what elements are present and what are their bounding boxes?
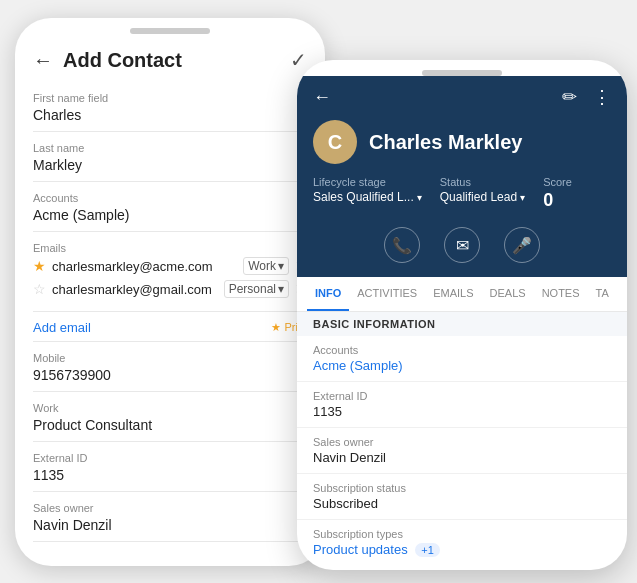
add-email-button[interactable]: Add email (33, 320, 91, 335)
back-button-left[interactable]: ← (33, 49, 53, 72)
contact-meta: Lifecycle stage Sales Qualified L... ▾ S… (313, 176, 611, 211)
subscription-status-info-label: Subscription status (313, 482, 611, 494)
sales-owner-field[interactable]: Sales owner Navin Denzil (33, 492, 307, 542)
subscription-types-info-value[interactable]: Product updates +1 (313, 542, 611, 557)
contact-header-top: ← ✏ ⋮ (313, 86, 611, 108)
contact-header: ← ✏ ⋮ C Charles Markley Lifecycle stage … (297, 76, 627, 277)
first-name-field[interactable]: First name field Charles (33, 82, 307, 132)
work-label: Work (33, 402, 307, 414)
mobile-value: 9156739900 (33, 367, 307, 383)
emails-field: Emails ★ charlesmarkley@acme.com Work ▾ … (33, 232, 307, 312)
sales-owner-info-item: Sales owner Navin Denzil (297, 428, 627, 474)
header-icons: ✏ ⋮ (562, 86, 611, 108)
status-label: Status (440, 176, 525, 188)
last-name-label: Last name (33, 142, 307, 154)
contact-actions: 📞 ✉ 🎤 (313, 223, 611, 263)
mobile-field[interactable]: Mobile 9156739900 (33, 342, 307, 392)
secondary-email-type[interactable]: Personal ▾ (224, 280, 289, 298)
dropdown-arrow-icon: ▾ (278, 259, 284, 273)
page-title: Add Contact (63, 49, 290, 72)
email-row-secondary[interactable]: ☆ charlesmarkley@gmail.com Personal ▾ ✕ (33, 280, 307, 298)
tab-emails[interactable]: EMAILS (425, 277, 481, 311)
subscription-status-info-value: Subscribed (313, 496, 611, 511)
contact-info-row: C Charles Markley (313, 120, 611, 164)
score-meta: Score 0 (543, 176, 572, 211)
avatar: C (313, 120, 357, 164)
external-id-info-value: 1135 (313, 404, 611, 419)
subscription-badge: +1 (415, 543, 440, 557)
sales-owner-info-label: Sales owner (313, 436, 611, 448)
external-id-value: 1135 (33, 467, 307, 483)
accounts-info-value[interactable]: Acme (Sample) (313, 358, 611, 373)
sales-owner-label: Sales owner (33, 502, 307, 514)
status-dropdown-icon: ▾ (520, 192, 525, 203)
edit-icon[interactable]: ✏ (562, 86, 577, 108)
first-name-value: Charles (33, 107, 307, 123)
primary-email-type[interactable]: Work ▾ (243, 257, 289, 275)
work-field[interactable]: Work Product Consultant (33, 392, 307, 442)
status-meta: Status Qualified Lead ▾ (440, 176, 525, 211)
lifecycle-label: Lifecycle stage (313, 176, 422, 188)
external-id-label: External ID (33, 452, 307, 464)
tab-deals[interactable]: DEALS (482, 277, 534, 311)
tab-activities[interactable]: ACTIVITIES (349, 277, 425, 311)
status-value[interactable]: Qualified Lead ▾ (440, 190, 525, 204)
accounts-label: Accounts (33, 192, 307, 204)
add-email-row: Add email ★ Prim (33, 312, 307, 342)
subscription-types-info-item: Subscription types Product updates +1 (297, 520, 627, 562)
sales-owner-info-value: Navin Denzil (313, 450, 611, 465)
last-name-field[interactable]: Last name Markley (33, 132, 307, 182)
last-name-value: Markley (33, 157, 307, 173)
lifecycle-meta: Lifecycle stage Sales Qualified L... ▾ (313, 176, 422, 211)
score-value: 0 (543, 190, 572, 211)
dropdown-arrow-icon: ▾ (278, 282, 284, 296)
tab-info[interactable]: INFO (307, 277, 349, 311)
back-button-right[interactable]: ← (313, 87, 331, 108)
mobile-label: Mobile (33, 352, 307, 364)
phone-right: ← ✏ ⋮ C Charles Markley Lifecycle stage … (297, 60, 627, 570)
tab-notes[interactable]: NOTES (534, 277, 588, 311)
external-id-info-item: External ID 1135 (297, 382, 627, 428)
email-button[interactable]: ✉ (444, 227, 480, 263)
more-options-icon[interactable]: ⋮ (593, 86, 611, 108)
accounts-info-item: Accounts Acme (Sample) (297, 336, 627, 382)
first-name-label: First name field (33, 92, 307, 104)
secondary-email-address: charlesmarkley@gmail.com (52, 282, 218, 297)
email-row-primary[interactable]: ★ charlesmarkley@acme.com Work ▾ ✕ (33, 257, 307, 275)
form-body: First name field Charles Last name Markl… (15, 82, 325, 550)
confirm-button[interactable]: ✓ (290, 48, 307, 72)
lifecycle-dropdown-icon: ▾ (417, 192, 422, 203)
external-id-field[interactable]: External ID 1135 (33, 442, 307, 492)
phone-container: ← Add Contact ✓ First name field Charles… (0, 0, 637, 583)
contact-name: Charles Markley (369, 131, 522, 154)
primary-email-address: charlesmarkley@acme.com (52, 259, 237, 274)
call-button[interactable]: 📞 (384, 227, 420, 263)
primary-star-icon[interactable]: ★ (33, 258, 46, 274)
external-id-info-label: External ID (313, 390, 611, 402)
basic-info-header: BASIC INFORMATION (297, 312, 627, 336)
accounts-value: Acme (Sample) (33, 207, 307, 223)
phone-left: ← Add Contact ✓ First name field Charles… (15, 18, 325, 566)
left-header: ← Add Contact ✓ (15, 34, 325, 82)
info-panel: BASIC INFORMATION Accounts Acme (Sample)… (297, 312, 627, 562)
score-label: Score (543, 176, 572, 188)
accounts-field[interactable]: Accounts Acme (Sample) (33, 182, 307, 232)
accounts-info-label: Accounts (313, 344, 611, 356)
lifecycle-value[interactable]: Sales Qualified L... ▾ (313, 190, 422, 204)
work-value: Product Consultant (33, 417, 307, 433)
subscription-types-info-label: Subscription types (313, 528, 611, 540)
tab-ta[interactable]: TA (588, 277, 617, 311)
emails-label: Emails (33, 242, 307, 254)
sales-owner-value: Navin Denzil (33, 517, 307, 533)
tabs-bar: INFO ACTIVITIES EMAILS DEALS NOTES TA (297, 277, 627, 312)
secondary-star-icon[interactable]: ☆ (33, 281, 46, 297)
subscription-status-info-item: Subscription status Subscribed (297, 474, 627, 520)
mic-button[interactable]: 🎤 (504, 227, 540, 263)
